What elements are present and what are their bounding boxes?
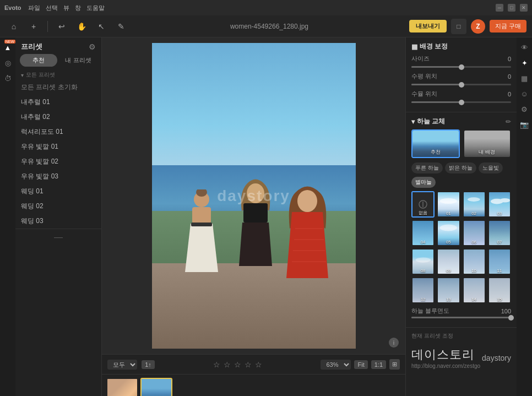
- preset-reset-item[interactable]: 모든 프리셋 초기화: [15, 80, 101, 95]
- sky-preview-label-recommended: 추천: [431, 149, 441, 156]
- export-button[interactable]: 내보내기: [409, 20, 447, 32]
- preset-item-6[interactable]: 웨딩 01: [15, 184, 101, 199]
- preset-item-1[interactable]: 내추럴 02: [15, 110, 101, 124]
- star-3[interactable]: ☆: [234, 360, 241, 369]
- star-4[interactable]: ☆: [245, 360, 252, 369]
- preset-item-7[interactable]: 웨딩 02: [15, 199, 101, 214]
- menu-window[interactable]: 창: [75, 4, 81, 12]
- share-button[interactable]: □: [451, 19, 466, 34]
- preset-item-3[interactable]: 우유 빛깔 01: [15, 139, 101, 154]
- sky-thumb-01[interactable]: 01: [437, 191, 460, 218]
- sky-replace-section: ▾ 하늘 교체 ✏ 추천 내 배경: [406, 112, 517, 328]
- add-button[interactable]: +: [25, 19, 42, 34]
- preset-tab-my[interactable]: 내 프리셋: [59, 54, 97, 67]
- thumbnail-landscape[interactable]: [140, 378, 172, 397]
- zoom-select[interactable]: 63%: [321, 360, 351, 370]
- sky-thumb-12[interactable]: 12: [411, 277, 435, 303]
- preset-settings-icon[interactable]: ⚙: [89, 42, 96, 51]
- person1-silhouette: [182, 189, 221, 272]
- sky-thumb-none[interactable]: 없음: [411, 191, 435, 218]
- close-button[interactable]: ✕: [520, 4, 528, 12]
- sky-preview-tab-recommended[interactable]: 추천: [411, 129, 460, 158]
- sky-thumb-02[interactable]: 02: [463, 191, 486, 218]
- horizontal-slider[interactable]: [411, 84, 511, 85]
- sky-thumb-09[interactable]: 09: [437, 248, 460, 275]
- menu-help[interactable]: 도움말: [86, 4, 105, 12]
- right-photo-icon-button[interactable]: ▦: [518, 72, 531, 85]
- preset-item-0[interactable]: 내추럴 01: [15, 95, 101, 110]
- menu-view[interactable]: 뷰: [63, 4, 69, 12]
- preset-item-4[interactable]: 우유 빛깔 02: [15, 154, 101, 169]
- sky-thumb-08[interactable]: 08: [411, 248, 435, 275]
- cursor-tool-button[interactable]: ↖: [93, 19, 110, 34]
- sky-thumb-05[interactable]: 05: [437, 220, 460, 246]
- thumbnail-portrait[interactable]: [106, 378, 138, 397]
- grid-button[interactable]: ⊞: [389, 359, 400, 370]
- sky-thumb-07[interactable]: 07: [488, 220, 511, 246]
- sky-replace-header[interactable]: ▾ 하늘 교체 ✏: [411, 117, 511, 126]
- right-body-icon-button[interactable]: ⚙: [518, 102, 531, 116]
- sky-filter-bright[interactable]: 밝은 하늘: [445, 162, 476, 173]
- right-icon-bar: 👁 ✦ ▦ ☺ ⚙ 📷: [517, 37, 532, 396]
- sky-thumb-11[interactable]: 11: [488, 248, 511, 275]
- main-area: NEW ▲ ◎ ⏱ 프리셋 ⚙ 추천 내 프리셋 ▾ 모든 프리셋: [0, 37, 532, 396]
- preset-item-5[interactable]: 우유 빛깔 03: [15, 169, 101, 184]
- menu-file[interactable]: 파일: [28, 4, 40, 12]
- preset-item-2[interactable]: 럭셔리포도 01: [15, 124, 101, 139]
- right-adjust-icon-button[interactable]: ✦: [518, 56, 531, 69]
- blend-slider-row: [411, 317, 511, 318]
- horizontal-slider-row: [411, 84, 511, 85]
- maximize-button[interactable]: □: [508, 4, 515, 12]
- fit-button[interactable]: Fit: [354, 360, 367, 369]
- blend-row: 하늘 블루면도 100: [411, 307, 511, 315]
- hand-tool-button[interactable]: ✋: [73, 19, 90, 34]
- size-label: 사이즈: [411, 55, 430, 63]
- sky-none-label: 없음: [419, 210, 427, 216]
- undo-button[interactable]: ↩: [53, 19, 70, 34]
- buy-now-button[interactable]: 지금 구매: [490, 20, 526, 32]
- size-value: 0: [508, 56, 511, 62]
- home-button[interactable]: ⌂: [6, 19, 22, 34]
- ratio-button[interactable]: 1:1: [371, 360, 386, 369]
- person3-silhouette: [284, 185, 331, 278]
- menu-select[interactable]: 선택: [46, 4, 58, 12]
- right-face-icon-button[interactable]: ☺: [518, 87, 531, 100]
- preset-tab-recommended[interactable]: 추천: [20, 54, 57, 67]
- canvas-image-container[interactable]: daystory i: [102, 37, 405, 354]
- bg-fix-header[interactable]: ▦ 배경 보정: [411, 42, 511, 51]
- star-2[interactable]: ☆: [224, 360, 231, 369]
- sky-thumb-14[interactable]: 14: [463, 277, 486, 303]
- pen-tool-button[interactable]: ✎: [113, 19, 129, 34]
- brand-info: 데이스토리 http://blog.naver.com/zestgo: [411, 346, 480, 369]
- vertical-slider[interactable]: [411, 101, 511, 103]
- svg-point-18: [415, 258, 431, 263]
- svg-point-14: [468, 197, 480, 202]
- sky-thumb-15[interactable]: 15: [488, 277, 511, 303]
- history-icon-button[interactable]: ⏱: [1, 72, 14, 85]
- sky-preview-tab-my[interactable]: 내 배경: [463, 129, 512, 158]
- sky-thumb-10[interactable]: 10: [463, 248, 486, 275]
- blend-slider[interactable]: [411, 317, 511, 318]
- canvas-info-button[interactable]: i: [389, 338, 399, 348]
- right-eye-icon-button[interactable]: 👁: [518, 41, 531, 54]
- sky-thumb-03[interactable]: 03: [488, 191, 511, 218]
- sky-thumb-13[interactable]: 13: [437, 277, 460, 303]
- mode-select[interactable]: 모두: [107, 360, 137, 370]
- sky-filter-star[interactable]: 별마늘: [411, 177, 436, 188]
- filter-icon-button[interactable]: ◎: [1, 56, 14, 69]
- right-camera-icon-button[interactable]: 📷: [518, 118, 531, 131]
- size-slider[interactable]: [411, 66, 511, 68]
- sky-thumb-04[interactable]: 04: [411, 220, 435, 246]
- star-5[interactable]: ☆: [255, 360, 262, 369]
- sky-thumb-06[interactable]: 06: [463, 220, 486, 246]
- star-1[interactable]: ☆: [213, 360, 220, 369]
- sky-filter-blue[interactable]: 푸른 하늘: [411, 162, 443, 173]
- sky-replace-edit-icon[interactable]: ✏: [506, 118, 511, 126]
- minimize-button[interactable]: ─: [496, 4, 503, 12]
- toolbar: ⌂ + ↩ ✋ ↖ ✎ women-4549266_1280.jpg 내보내기 …: [0, 15, 532, 37]
- preset-icon-button[interactable]: NEW ▲: [1, 41, 14, 54]
- preset-item-8[interactable]: 웨딩 03: [15, 214, 101, 229]
- sky-filter-sunset[interactable]: 노을빛: [479, 162, 503, 173]
- svg-point-16: [500, 198, 510, 203]
- thumb-portrait-preview: [107, 379, 138, 397]
